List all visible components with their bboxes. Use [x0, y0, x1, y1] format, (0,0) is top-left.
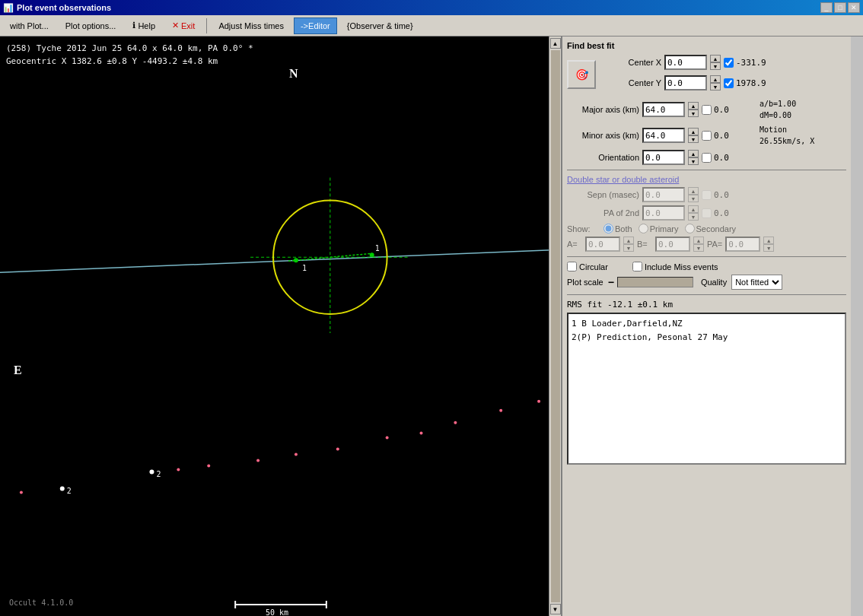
minor-axis-checkbox[interactable] — [702, 131, 712, 141]
divider-1 — [567, 170, 846, 170]
scroll-up-button[interactable]: ▲ — [550, 38, 561, 49]
center-y-spinner[interactable]: ▲ ▼ — [710, 75, 721, 90]
center-x-checkbox[interactable] — [724, 58, 734, 68]
find-best-fit-button[interactable]: 🎯 — [567, 60, 596, 89]
major-axis-spinner[interactable]: ▲ ▼ — [688, 102, 699, 117]
svg-text:2: 2 — [67, 487, 72, 495]
exit-button[interactable]: ✕ Exit — [165, 17, 202, 34]
circular-checkbox[interactable] — [567, 262, 577, 271]
plot-options-button[interactable]: Plot options... — [59, 17, 123, 34]
minor-axis-input[interactable] — [642, 128, 685, 143]
adjust-miss-button[interactable]: Adjust Miss times — [212, 17, 291, 34]
find-best-fit-title: Find best fit — [567, 41, 846, 50]
circular-label: Circular — [579, 262, 608, 271]
center-x-spinner[interactable]: ▲ ▼ — [710, 55, 721, 70]
svg-point-14 — [537, 400, 540, 403]
maximize-button[interactable]: □ — [834, 2, 846, 13]
minor-axis-row: Minor axis (km) ▲ ▼ 0.0 Motion 26.55km/s… — [567, 124, 846, 147]
svg-text:1: 1 — [302, 264, 307, 272]
svg-text:50 km: 50 km — [266, 608, 288, 616]
orientation-row: Orientation ▲ ▼ 0.0 — [567, 150, 846, 165]
pa2nd-check-val: 0.0 — [714, 208, 752, 218]
rms-fit-text: RMS fit -12.1 ±0.1 km — [567, 300, 846, 310]
sepn-row: Sepn (masec) ▲ ▼ 0.0 — [567, 187, 846, 202]
obs-list-item-2[interactable]: 2(P) Prediction, Pesonal 27 May — [572, 331, 842, 345]
orientation-checkbox[interactable] — [702, 153, 712, 163]
show-primary-option[interactable]: Primary — [638, 224, 679, 233]
include-miss-checkbox[interactable] — [632, 262, 642, 271]
svg-text:2: 2 — [156, 470, 161, 478]
pa-spinner: ▲ ▼ — [763, 237, 774, 252]
sepn-checkbox — [702, 190, 712, 200]
sepn-check-val: 0.0 — [714, 190, 752, 200]
major-axis-checkbox[interactable] — [702, 105, 712, 115]
scale-slider[interactable] — [617, 277, 693, 287]
svg-point-16 — [386, 437, 389, 440]
help-button[interactable]: ℹ Help — [126, 17, 162, 34]
sepn-input — [642, 187, 685, 202]
orientation-input[interactable] — [642, 150, 685, 165]
observer-time-button[interactable]: {Observer & time} — [340, 17, 420, 34]
a-label: A= — [567, 240, 582, 249]
plot-svg: 1 1 50 km 2 — [0, 37, 561, 616]
minimize-button[interactable]: _ — [820, 2, 833, 13]
center-x-input[interactable] — [664, 55, 707, 70]
major-axis-check-wrap: 0.0 — [702, 105, 752, 115]
svg-point-23 — [20, 491, 23, 494]
close-button[interactable]: ✕ — [848, 2, 860, 13]
sepn-check-wrap: 0.0 — [702, 190, 752, 200]
center-y-check-wrap: 1978.9 — [724, 78, 774, 88]
plot-info: (258) Tyche 2012 Jun 25 64.0 x 64.0 km, … — [6, 43, 253, 68]
show-label: Show: — [567, 224, 597, 233]
quality-select[interactable]: Not fitted — [731, 275, 782, 290]
scroll-down-button[interactable]: ▼ — [550, 604, 561, 614]
window-title: 📊 Plot event observations — [3, 3, 111, 13]
minor-axis-spinner[interactable]: ▲ ▼ — [688, 128, 699, 143]
sepn-spinner: ▲ ▼ — [688, 187, 699, 202]
plot-area[interactable]: (258) Tyche 2012 Jun 25 64.0 x 64.0 km, … — [0, 37, 562, 616]
window-controls[interactable]: _ □ ✕ — [820, 2, 860, 13]
svg-point-3 — [273, 200, 387, 314]
with-plot-button[interactable]: with Plot... — [3, 17, 56, 34]
scroll-track — [551, 50, 560, 602]
vertical-scrollbar[interactable]: ▲ ▼ — [549, 37, 561, 616]
b-label: B= — [637, 240, 652, 249]
scale-minus[interactable]: − — [608, 276, 614, 288]
pa2nd-spinner: ▲ ▼ — [688, 205, 699, 221]
orientation-spinner[interactable]: ▲ ▼ — [688, 150, 699, 165]
target-icon: 🎯 — [575, 68, 588, 81]
double-star-link[interactable]: Double star or double asteroid — [567, 175, 679, 184]
center-x-label: Center X — [600, 58, 661, 67]
center-y-checkbox[interactable] — [724, 78, 734, 88]
svg-point-13 — [499, 409, 502, 412]
east-label: E — [14, 364, 22, 377]
pa-label: PA= — [707, 240, 722, 249]
orientation-check-val: 0.0 — [714, 153, 752, 163]
center-y-input[interactable] — [664, 75, 707, 90]
quality-label: Quality — [701, 278, 727, 287]
right-panel: Find best fit 🎯 Center X ▲ — [562, 37, 851, 616]
menu-bar: with Plot... Plot options... ℹ Help ✕ Ex… — [0, 15, 863, 37]
pa2nd-row: PA of 2nd ▲ ▼ 0.0 — [567, 205, 846, 221]
b-spinner: ▲ ▼ — [693, 237, 704, 252]
motion-label: Motion — [760, 124, 814, 135]
minor-axis-label: Minor axis (km) — [567, 131, 639, 140]
plot-info-line2: Geocentric X 1382.6 ±0.8 Y -4493.2 ±4.8 … — [6, 56, 253, 68]
major-axis-input[interactable] — [642, 102, 685, 117]
motion-value: 26.55km/s, X — [760, 135, 814, 147]
orientation-label: Orientation — [567, 153, 639, 162]
minor-axis-check-wrap: 0.0 — [702, 131, 752, 141]
options-row: Circular Include Miss events — [567, 262, 846, 271]
minor-axis-check-val: 0.0 — [714, 131, 752, 141]
editor-button[interactable]: ->Editor — [294, 17, 337, 34]
svg-point-7 — [370, 252, 374, 257]
pa2nd-checkbox — [702, 208, 712, 218]
b-input — [655, 237, 690, 252]
svg-text:1: 1 — [375, 244, 380, 252]
a-input — [585, 237, 620, 252]
show-secondary-option[interactable]: Secondary — [685, 224, 737, 233]
show-both-option[interactable]: Both — [603, 224, 632, 233]
svg-line-0 — [0, 249, 561, 272]
obs-list-item-1[interactable]: 1 B Loader,Darfield,NZ — [572, 317, 842, 331]
center-x-result: -331.9 — [736, 58, 774, 68]
